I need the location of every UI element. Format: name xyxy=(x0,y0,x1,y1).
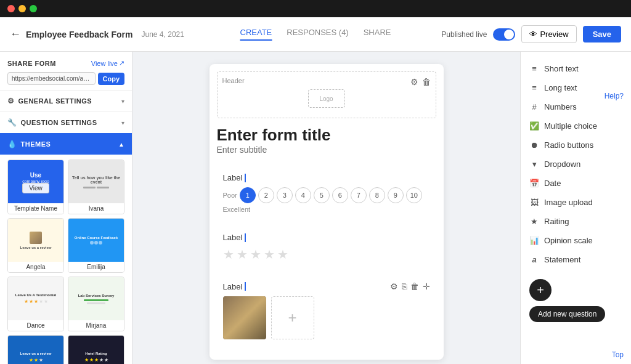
settings-icon[interactable]: ⚙ xyxy=(410,77,418,87)
question-star-rating: Label ★ ★ ★ ★ ★ xyxy=(217,227,436,268)
scale-btn-9[interactable]: 9 xyxy=(388,187,404,203)
form-name: Employee Feedback Form xyxy=(26,30,133,39)
add-icon-q3[interactable]: ✛ xyxy=(423,281,430,291)
image-add-button[interactable]: + xyxy=(271,296,314,339)
dot-green[interactable] xyxy=(30,5,37,12)
theme-item-6[interactable]: Lab Services Survey Mirjana xyxy=(68,277,124,331)
form-header-actions: ⚙ 🗑 xyxy=(410,77,431,87)
theme-item-4[interactable]: Online Course Feedback Emilija xyxy=(68,218,124,273)
add-question-circle-button[interactable]: + xyxy=(529,279,552,301)
nav-share[interactable]: SHARE xyxy=(364,28,391,41)
theme-item-8[interactable]: Hotel Rating ★ ★ ★ ★ ★ Unnamed2 xyxy=(68,335,124,364)
star-2[interactable]: ★ xyxy=(237,247,248,262)
logo-placeholder: Logo xyxy=(308,89,345,108)
delete-icon-q3[interactable]: 🗑 xyxy=(410,281,419,291)
theme-item-2[interactable]: Tell us how you like the event Ivana xyxy=(68,160,124,214)
star-row: ★ ★ ★ ★ ★ xyxy=(223,247,430,262)
scale-btn-2[interactable]: 2 xyxy=(258,187,274,203)
question-rating-scale: Label Poor 1 2 3 4 5 6 7 8 9 10 Excellen… xyxy=(217,167,436,219)
theme-label-3: Angela xyxy=(8,262,63,272)
use-button[interactable]: Use xyxy=(24,170,47,180)
panel-item-opinion-scale[interactable]: 📊 Opinion scale xyxy=(521,231,631,250)
dot-red[interactable] xyxy=(7,5,15,12)
copy-icon-q3[interactable]: ⎘ xyxy=(402,281,407,291)
question-settings-section[interactable]: 🔧 QUESTION SETTINGS ▾ xyxy=(0,111,132,133)
theme-label-6: Mirjana xyxy=(68,320,124,331)
form-date: June 4, 2021 xyxy=(142,30,184,39)
star-5[interactable]: ★ xyxy=(277,247,288,262)
panel-item-dropdown[interactable]: ▾ Dropdown xyxy=(521,155,631,174)
settings-icon-q3[interactable]: ⚙ xyxy=(390,281,398,291)
theme-item-3[interactable]: Leave us a review Angela xyxy=(7,218,64,273)
nav-create[interactable]: CREATE xyxy=(240,28,272,41)
delete-icon[interactable]: 🗑 xyxy=(422,77,431,87)
add-question-button[interactable]: Add new question xyxy=(529,306,605,322)
scale-btn-4[interactable]: 4 xyxy=(295,187,311,203)
left-sidebar: SHARE FORM View live ↗ Copy ⚙ GENERAL SE… xyxy=(0,52,132,364)
panel-item-short-text[interactable]: ≡ Short text xyxy=(521,59,631,78)
dot-yellow[interactable] xyxy=(18,5,26,12)
cursor-2 xyxy=(245,233,246,242)
themes-title: 💧 THEMES xyxy=(7,140,51,148)
published-toggle[interactable] xyxy=(493,28,515,41)
question-label-4: Label xyxy=(223,359,430,360)
share-form-section: SHARE FORM View live ↗ Copy xyxy=(0,52,132,90)
cursor xyxy=(245,174,246,182)
star-3[interactable]: ★ xyxy=(250,247,261,262)
help-link[interactable]: Help? xyxy=(605,92,624,100)
star-4[interactable]: ★ xyxy=(264,247,275,262)
scale-btn-1[interactable]: 1 xyxy=(240,187,256,203)
numbers-icon: # xyxy=(529,102,539,111)
general-settings-section[interactable]: ⚙ GENERAL SETTINGS ▾ xyxy=(0,90,132,111)
panel-item-date[interactable]: 📅 Date xyxy=(521,174,631,193)
scale-btn-5[interactable]: 5 xyxy=(314,187,330,203)
view-live-link[interactable]: View live ↗ xyxy=(91,59,124,67)
theme-item-1[interactable]: company logo Use View Template Name xyxy=(7,160,64,214)
form-subtitle[interactable]: Enter subtitle xyxy=(210,145,444,160)
top-link[interactable]: Top xyxy=(612,350,624,359)
scale-btn-3[interactable]: 3 xyxy=(277,187,293,203)
question-label-1: Label xyxy=(223,173,430,182)
form-header-label: Header xyxy=(222,77,431,84)
image-upload-icon: 🖼 xyxy=(529,198,539,207)
scale-btn-8[interactable]: 8 xyxy=(369,187,385,203)
general-settings-title: ⚙ GENERAL SETTINGS xyxy=(7,97,92,105)
nav-responses[interactable]: RESPONSES (4) xyxy=(287,28,348,41)
app-header: ← Employee Feedback Form June 4, 2021 CR… xyxy=(0,17,631,52)
scale-excellent: Excellent xyxy=(223,206,251,213)
panel-item-statement[interactable]: a Statement xyxy=(521,250,631,269)
theme-label-5: Dance xyxy=(8,320,63,331)
cursor-3 xyxy=(245,282,246,291)
cursor-4 xyxy=(245,360,246,360)
scale-btn-6[interactable]: 6 xyxy=(332,187,348,203)
question-settings-chevron: ▾ xyxy=(121,119,124,126)
panel-item-rating[interactable]: ★ Raiting xyxy=(521,212,631,231)
scale-poor: Poor xyxy=(223,192,237,199)
image-upload-area: + xyxy=(223,296,430,339)
back-button[interactable]: ← xyxy=(10,28,21,41)
themes-chevron: ▲ xyxy=(118,141,124,148)
question-textarea: Label xyxy=(217,353,436,360)
question-label-3: Label xyxy=(223,282,246,291)
question-image-upload: Label ⚙ ⎘ 🗑 ✛ + xyxy=(217,275,436,346)
panel-item-radio[interactable]: ⏺ Radio buttons xyxy=(521,135,631,155)
star-1[interactable]: ★ xyxy=(223,247,234,262)
copy-button[interactable]: Copy xyxy=(98,73,125,85)
panel-item-image-upload[interactable]: 🖼 Image upload xyxy=(521,193,631,212)
theme-item-7[interactable]: Leave us a review ★ ★ ★ Unnamed xyxy=(7,335,64,364)
save-button[interactable]: Save xyxy=(583,26,621,42)
scale-btn-7[interactable]: 7 xyxy=(351,187,367,203)
preview-button[interactable]: 👁 Preview xyxy=(521,25,576,43)
panel-item-multiple-choice[interactable]: ✅ Multiple choice xyxy=(521,116,631,135)
theme-overlay-1: Use View xyxy=(8,160,63,203)
theme-item-5[interactable]: Leave Us A Testimonial ★ ★ ★ ★ ★ Dance xyxy=(7,277,64,331)
theme-label-1: Template Name xyxy=(8,203,63,214)
share-url-input[interactable] xyxy=(7,72,96,85)
scale-btn-10[interactable]: 10 xyxy=(406,187,422,203)
header-nav: CREATE RESPONSES (4) SHARE xyxy=(240,28,391,41)
form-title[interactable]: Enter form title xyxy=(210,126,444,145)
droplet-icon: 💧 xyxy=(7,140,17,148)
view-button[interactable]: View xyxy=(22,183,49,193)
themes-section[interactable]: 💧 THEMES ▲ xyxy=(0,133,132,155)
published-label: Published live xyxy=(441,30,487,39)
